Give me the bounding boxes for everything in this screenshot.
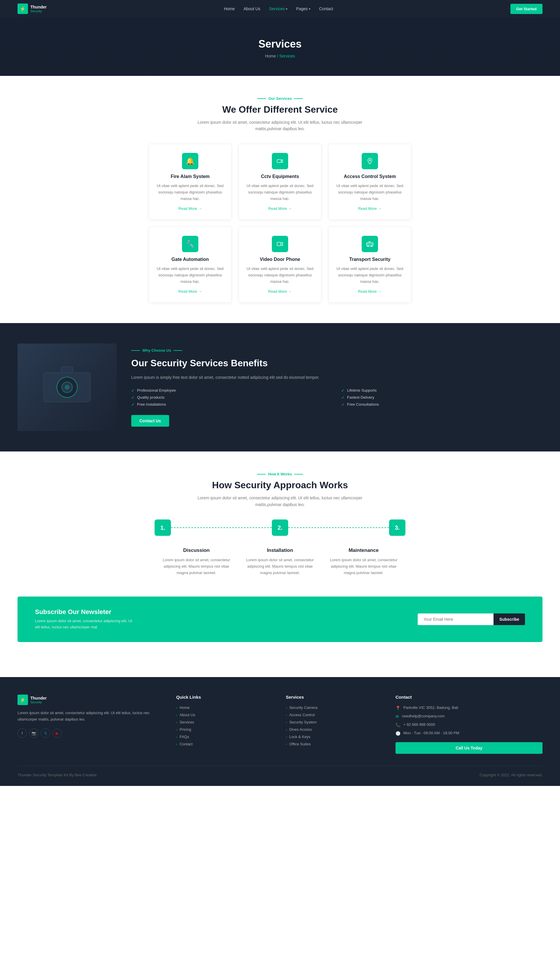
nav-home[interactable]: Home <box>224 7 235 11</box>
svc-system[interactable]: › Security System <box>286 720 384 725</box>
instagram-icon[interactable]: 📷 <box>29 728 38 738</box>
why-section: Why Choose Us Our Security Services Bene… <box>0 323 560 451</box>
video-title: Video Door Phone <box>246 257 314 262</box>
list-item: › Security Camera <box>286 705 384 710</box>
service-card-access: Access Control System Ut vitae velit apt… <box>328 144 411 220</box>
video-door-icon <box>272 236 288 252</box>
breadcrumb: Home / Services <box>6 54 554 58</box>
list-item: › About Us <box>176 713 274 717</box>
nav-about[interactable]: About Us <box>243 7 260 11</box>
link-services[interactable]: › Services <box>176 720 274 725</box>
nav-pages[interactable]: Pages ▾ <box>296 7 310 11</box>
service-card-transport: Transport Security Ut vitae velit aptent… <box>328 227 411 303</box>
camera-image <box>18 344 117 431</box>
check-icon-5: ✓ <box>131 402 135 407</box>
list-item: › Contact <box>176 742 274 746</box>
logo[interactable]: ⚡ Thunder Security <box>18 3 47 14</box>
newsletter-wrapper: Subscribe Our Newsleter Lorem ipsum dolo… <box>0 596 560 659</box>
list-item: › Office Suites <box>286 742 384 746</box>
why-title: Our Security Services Benefits <box>131 357 542 369</box>
step-discussion: Discussion Lorem ipsum dolor sit amet, c… <box>155 548 238 576</box>
svg-point-1 <box>369 159 371 161</box>
link-contact[interactable]: › Contact <box>176 742 274 746</box>
gate-title: Gate Automation <box>156 257 224 262</box>
svc-lock[interactable]: › Lock & Keys <box>286 735 384 739</box>
step-numbers-row: 1. 2. 3. <box>155 519 405 536</box>
footer-logo-icon: ⚡ <box>18 695 28 705</box>
benefit-4: ✓ Fastest Delivery <box>341 395 542 400</box>
svc-dives[interactable]: › Dives Access <box>286 727 384 732</box>
call-us-button[interactable]: Call Us Today <box>395 742 542 754</box>
svc-camera[interactable]: › Security Camera <box>286 705 384 710</box>
video-read-more[interactable]: Read More → <box>268 289 292 294</box>
link-pricing[interactable]: › Pricing <box>176 727 274 732</box>
footer-logo: ⚡ Thunder Security <box>18 695 165 705</box>
footer: ⚡ Thunder Security Lorem ipsum dolor sit… <box>0 677 560 786</box>
phone-icon: 📞 <box>395 723 400 727</box>
step-3-title: Maintenance <box>328 548 400 553</box>
video-desc: Ut vitae velit aptent pede sit donec. Se… <box>246 265 314 285</box>
logo-text: Thunder Security <box>30 5 47 13</box>
step-line-1 <box>171 528 272 528</box>
how-section: How It Works How Security Approach Works… <box>0 451 560 596</box>
list-item: › Services <box>176 720 274 725</box>
list-item: › Dives Access <box>286 727 384 732</box>
gate-read-more[interactable]: Read More → <box>178 289 202 294</box>
access-title: Access Control System <box>336 174 404 179</box>
access-control-icon <box>362 153 378 169</box>
newsletter-form: Subscribe <box>418 613 525 625</box>
why-image <box>18 344 117 431</box>
transport-read-more[interactable]: Read More → <box>358 289 382 294</box>
quick-links-title: Quick Links <box>176 695 274 700</box>
step-3-desc: Lorem ipsum dolor sit amet, consectetur … <box>328 557 400 576</box>
subscribe-button[interactable]: Subscribe <box>493 613 525 625</box>
service-card-cctv: Cctv Equipments Ut vitae velit aptent pe… <box>238 144 322 220</box>
link-about[interactable]: › About Us <box>176 713 274 717</box>
services-col-title: Services <box>286 695 384 700</box>
pages-dropdown-arrow: ▾ <box>309 7 310 10</box>
get-started-button[interactable]: Get Started <box>510 4 542 14</box>
footer-brand-desc: Lorem ipsum dolor sit amet, consectetur … <box>18 710 165 723</box>
nav-services[interactable]: Services ▾ <box>269 7 288 11</box>
list-item: › Access Control <box>286 713 384 717</box>
svg-rect-10 <box>61 367 73 373</box>
email-input[interactable] <box>418 613 493 625</box>
gate-desc: Ut vitae velit aptent pede sit donec. Se… <box>156 265 224 285</box>
benefit-5: ✓ Free Installations <box>131 402 332 407</box>
step-1-title: Discussion <box>160 548 232 553</box>
breadcrumb-home[interactable]: Home <box>265 54 276 58</box>
svc-office[interactable]: › Office Suites <box>286 742 384 746</box>
fire-alarm-title: Fire Alam System <box>156 174 224 179</box>
svg-rect-0 <box>277 160 281 162</box>
link-faqs[interactable]: › FAQs <box>176 735 274 739</box>
why-content: Why Choose Us Our Security Services Bene… <box>131 348 542 426</box>
cctv-read-more[interactable]: Read More → <box>268 206 292 211</box>
logo-icon: ⚡ <box>18 3 28 14</box>
check-icon-1: ✓ <box>131 388 135 393</box>
why-desc: Lorem ipsum is simply free text dolor si… <box>131 374 542 381</box>
benefit-2: ✓ Lifetime Supports <box>341 388 542 393</box>
fire-alarm-read-more[interactable]: Read More → <box>178 206 202 211</box>
access-read-more[interactable]: Read More → <box>358 206 382 211</box>
facebook-icon[interactable]: f <box>18 728 27 738</box>
footer-credit: Thunder Security Template Kit By Bee Cre… <box>18 773 97 777</box>
twitter-icon[interactable]: 𝕏 <box>41 728 50 738</box>
cctv-title: Cctv Equipments <box>246 174 314 179</box>
steps-content: Discussion Lorem ipsum dolor sit amet, c… <box>155 548 405 576</box>
footer-copyright: Copyright © 2022. All rights reserved. <box>480 773 542 777</box>
svg-point-9 <box>65 385 69 390</box>
clock-icon: 🕐 <box>395 731 400 736</box>
link-home[interactable]: › Home <box>176 705 274 710</box>
nav-contact[interactable]: Contact <box>319 7 333 11</box>
step-1-desc: Lorem ipsum dolor sit amet, consectetur … <box>160 557 232 576</box>
fire-alarm-icon: 🔔 <box>182 153 198 169</box>
service-card-video: Video Door Phone Ut vitae velit aptent p… <box>238 227 322 303</box>
svc-access[interactable]: › Access Control <box>286 713 384 717</box>
contact-us-button[interactable]: Contact Us <box>131 415 169 427</box>
list-item: › Security System <box>286 720 384 725</box>
cctv-desc: Ut vitae velit aptent pede sit donec. Se… <box>246 183 314 202</box>
youtube-icon[interactable]: ▶ <box>52 728 62 738</box>
navbar: ⚡ Thunder Security Home About Us Service… <box>0 0 560 18</box>
footer-contact: Contact 📍 Parkville VIC 3052, Badung, Ba… <box>395 695 542 754</box>
step-line-2 <box>288 528 389 528</box>
